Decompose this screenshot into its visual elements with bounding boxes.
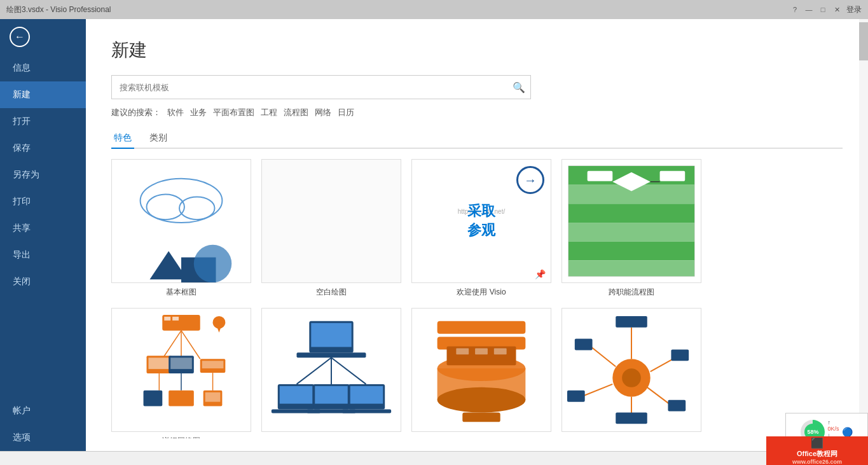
template-cross-thumb[interactable] [561, 159, 701, 283]
sidebar-item-export[interactable]: 导出 [0, 242, 86, 268]
suggestion-business[interactable]: 业务 [190, 107, 207, 118]
svg-rect-9 [568, 204, 694, 223]
svg-rect-13 [588, 171, 613, 181]
svg-rect-73 [575, 338, 593, 350]
sidebar-item-open[interactable]: 打开 [0, 108, 86, 135]
template-welcome-thumb[interactable]: → http://b...cdn.net/ 采取 参观 📌 [411, 159, 551, 283]
template-network-basic[interactable] [261, 308, 401, 438]
template-network-basic-thumb[interactable] [261, 308, 401, 432]
svg-rect-19 [164, 317, 170, 321]
template-rack[interactable] [411, 308, 551, 438]
template-basic-name: 基本框图 [111, 287, 251, 298]
page-title: 新建 [111, 38, 843, 62]
sidebar-item-share[interactable]: 共享 [0, 215, 86, 242]
sidebar-item-info[interactable]: 信息 [0, 55, 86, 81]
svg-rect-72 [616, 316, 647, 328]
suggestions-row: 建议的搜索： 软件 业务 平面布置图 工程 流程图 网络 日历 [111, 107, 843, 118]
svg-point-5 [194, 245, 231, 282]
template-rack-thumb[interactable] [411, 308, 551, 432]
signin-button[interactable]: 登录 [846, 4, 862, 15]
svg-line-68 [581, 384, 613, 397]
search-bar: 🔍 [111, 75, 531, 99]
suggestion-layout[interactable]: 平面布置图 [213, 107, 254, 118]
svg-rect-35 [144, 391, 163, 406]
svg-rect-53 [342, 409, 391, 413]
close-button[interactable]: ✕ [832, 5, 841, 14]
svg-rect-20 [172, 317, 179, 321]
template-blank-name: 空白绘图 [261, 287, 401, 298]
sidebar-item-account[interactable]: 帐户 [0, 398, 86, 424]
template-blank-thumb[interactable] [261, 159, 401, 283]
template-blank[interactable]: 空白绘图 [261, 159, 401, 298]
template-radio[interactable] [561, 308, 701, 438]
svg-rect-61 [456, 348, 469, 354]
suggestions-label: 建议的搜索： [111, 107, 161, 118]
sidebar-item-save[interactable]: 保存 [0, 135, 86, 162]
template-cross-name: 跨职能流程图 [561, 287, 701, 298]
template-radio-thumb[interactable] [561, 308, 701, 432]
titlebar: 绘图3.vsdx - Visio Professional ? — □ ✕ 登录 [0, 0, 868, 19]
sidebar-item-print[interactable]: 打印 [0, 188, 86, 215]
sidebar-item-new[interactable]: 新建 [0, 81, 86, 108]
templates-container: 基本框图 空白绘图 → http://b...cdn.net/ 采取 [111, 159, 843, 438]
suggestion-calendar[interactable]: 日历 [338, 107, 354, 118]
office-logo-icon: ⬛ [811, 437, 823, 449]
maximize-button[interactable]: □ [818, 5, 827, 14]
svg-line-23 [162, 331, 181, 359]
template-tabs: 特色 类别 [111, 128, 843, 149]
template-network-detail[interactable]: 详细网络图 [111, 308, 251, 438]
net-up-icon: ↑ [827, 419, 839, 426]
template-basic-thumb[interactable] [111, 159, 251, 283]
scrollbar-thumb[interactable] [859, 22, 868, 60]
svg-rect-52 [350, 386, 383, 404]
svg-rect-49 [315, 386, 348, 404]
template-welcome-name: 欢迎使用 Visio [411, 287, 551, 298]
svg-rect-76 [668, 400, 685, 412]
svg-rect-40 [311, 323, 351, 347]
svg-rect-62 [475, 348, 488, 354]
templates-grid: 基本框图 空白绘图 → http://b...cdn.net/ 采取 [111, 159, 843, 438]
sidebar: ← 信息 新建 打开 保存 另存为 打印 共享 导出 关闭 帐户 选项 [0, 19, 86, 451]
content-area: 新建 🔍 建议的搜索： 软件 业务 平面布置图 工程 流程图 网络 日历 特色 … [86, 19, 868, 451]
svg-rect-29 [170, 357, 192, 369]
svg-rect-10 [568, 223, 694, 242]
minimize-button[interactable]: — [804, 5, 813, 14]
svg-rect-36 [169, 391, 194, 406]
search-button[interactable]: 🔍 [507, 76, 530, 99]
search-input[interactable] [112, 78, 507, 97]
app-title: 绘图3.vsdx - Visio Professional [6, 4, 111, 15]
template-basic[interactable]: 基本框图 [111, 159, 251, 298]
svg-rect-38 [205, 392, 221, 402]
tab-category[interactable]: 类别 [147, 128, 170, 149]
svg-rect-41 [297, 352, 366, 357]
suggestion-software[interactable]: 软件 [167, 107, 184, 118]
suggestion-network[interactable]: 网络 [315, 107, 331, 118]
svg-point-65 [622, 368, 641, 387]
back-circle-icon: ← [10, 27, 30, 47]
sidebar-item-close[interactable]: 关闭 [0, 268, 86, 295]
sidebar-item-options[interactable]: 选项 [0, 424, 86, 451]
suggestion-engineering[interactable]: 工程 [261, 107, 277, 118]
template-welcome[interactable]: → http://b...cdn.net/ 采取 参观 📌 欢迎使用 Visio [411, 159, 551, 298]
sidebar-item-saveas[interactable]: 另存为 [0, 162, 86, 188]
statusbar [0, 451, 868, 465]
office-brand-overlay: ⬛ Office教程网 www.office26.com [766, 436, 868, 465]
svg-rect-54 [437, 321, 526, 334]
scrollbar-track[interactable] [859, 19, 868, 451]
svg-line-24 [181, 331, 200, 359]
titlebar-controls: ? — □ ✕ 登录 [790, 4, 862, 15]
template-cross[interactable]: 跨职能流程图 [561, 159, 701, 298]
tab-featured[interactable]: 特色 [111, 128, 134, 149]
svg-point-58 [437, 387, 526, 413]
svg-rect-12 [568, 260, 694, 276]
suggestion-flowchart[interactable]: 流程图 [284, 107, 308, 118]
svg-rect-77 [671, 349, 689, 361]
help-button[interactable]: ? [790, 5, 799, 14]
svg-rect-15 [660, 171, 685, 181]
template-network-detail-thumb[interactable] [111, 308, 251, 432]
office-brand-name: Office教程网 [797, 449, 837, 459]
net-up-value: 0K/s [827, 426, 839, 432]
net-monitor-icon: 🔵 [842, 427, 853, 437]
template-network-detail-name: 详细网络图 [111, 436, 251, 438]
back-button[interactable]: ← [0, 19, 86, 55]
